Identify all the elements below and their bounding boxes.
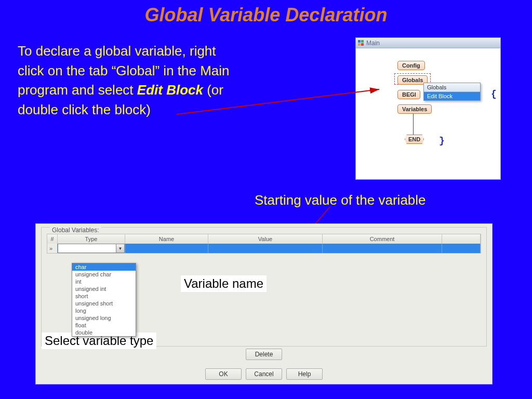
table-row[interactable]: » ▼ (47, 244, 481, 253)
main-window-canvas: Config Globals BEGI Variables END { } Gl… (356, 48, 500, 179)
row-marker: » (47, 244, 58, 253)
block-begin[interactable]: BEGI (397, 90, 420, 99)
brace-close: } (439, 136, 445, 146)
context-menu: Globals Edit Block (423, 83, 481, 101)
type-option[interactable]: double (72, 329, 136, 336)
slide-body: To declare a global variable, right clic… (18, 42, 236, 120)
main-window-title: Main (366, 39, 380, 47)
type-option[interactable]: unsigned long (72, 314, 136, 322)
end-cell (442, 244, 481, 253)
name-cell[interactable] (125, 244, 208, 253)
brace-open: { (491, 89, 497, 99)
block-config[interactable]: Config (397, 61, 425, 70)
help-button[interactable]: Help (286, 368, 323, 380)
block-end[interactable]: END (405, 135, 424, 144)
delete-button[interactable]: Delete (246, 349, 282, 360)
context-menu-header: Globals (424, 83, 480, 92)
connector-line (413, 114, 414, 136)
variable-name-callout: Variable name (181, 275, 267, 292)
global-variables-dialog: Global Variables: # Type Name Value Comm… (35, 223, 493, 384)
dialog-button-row: OK Cancel Help (36, 368, 492, 380)
type-dropdown[interactable]: char unsigned char int unsigned int shor… (72, 263, 136, 337)
col-comment[interactable]: Comment (323, 234, 442, 244)
col-idx[interactable]: # (47, 234, 58, 244)
type-option[interactable]: char (72, 263, 136, 271)
col-end (442, 234, 481, 244)
svg-rect-2 (358, 43, 361, 46)
main-window: Main Config Globals BEGI Variables END {… (355, 37, 501, 180)
type-option[interactable]: short (72, 292, 136, 300)
body-bold: Edit Block (137, 82, 203, 98)
type-option[interactable]: long (72, 307, 136, 314)
type-option[interactable]: int (72, 278, 136, 285)
svg-rect-1 (361, 40, 364, 43)
comment-cell[interactable] (323, 244, 442, 253)
starting-value-label: Starting value of the variable (255, 192, 426, 208)
main-window-titlebar: Main (356, 38, 500, 48)
context-menu-edit-block[interactable]: Edit Block (424, 92, 480, 100)
app-icon (358, 40, 364, 46)
col-value[interactable]: Value (208, 234, 323, 244)
block-variables[interactable]: Variables (397, 104, 432, 114)
type-option[interactable]: unsigned short (72, 300, 136, 307)
table-header-row: # Type Name Value Comment (47, 234, 481, 244)
combobox-arrow-icon[interactable]: ▼ (116, 244, 124, 252)
variables-table: # Type Name Value Comment » ▼ (47, 234, 481, 254)
group-label: Global Variables: (50, 227, 101, 234)
type-option[interactable]: unsigned int (72, 285, 136, 292)
delete-row: Delete (36, 349, 492, 360)
value-cell[interactable] (208, 244, 323, 253)
col-name[interactable]: Name (125, 234, 208, 244)
type-option[interactable]: unsigned char (72, 271, 136, 278)
type-option[interactable]: float (72, 322, 136, 329)
ok-button[interactable]: OK (205, 368, 242, 380)
slide-title: Global Variable Declaration (0, 0, 532, 26)
cancel-button[interactable]: Cancel (246, 368, 282, 380)
svg-rect-3 (361, 43, 364, 46)
svg-rect-0 (358, 40, 361, 43)
col-type[interactable]: Type (58, 234, 125, 244)
type-combobox[interactable]: ▼ (58, 244, 125, 253)
